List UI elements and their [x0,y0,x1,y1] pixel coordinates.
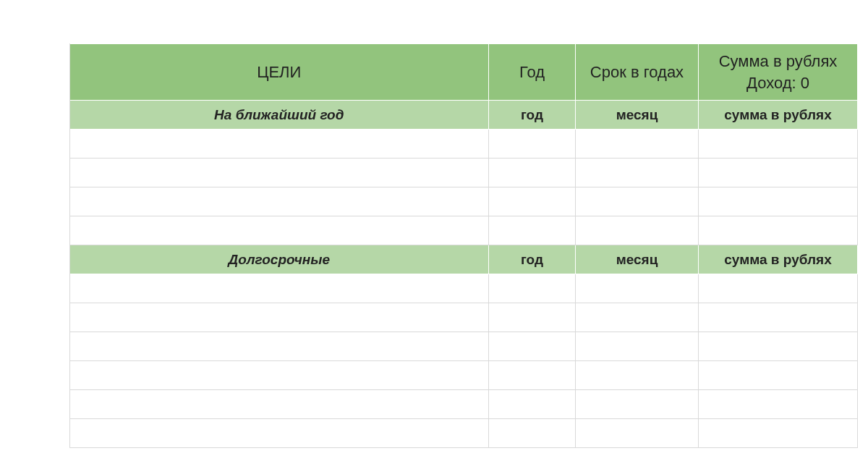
table-row [10,332,858,361]
section-near-year-col-sum: сумма в рублях [699,101,858,130]
cell-term[interactable] [576,332,699,361]
cell-goal[interactable] [69,390,489,419]
cell-sum[interactable] [699,303,858,332]
cell-goal[interactable] [69,159,489,187]
cell-goal[interactable] [69,361,489,390]
table-row [10,303,858,332]
cell-sum[interactable] [699,187,858,216]
header-empty-cell [10,44,69,101]
cell-goal[interactable] [69,187,489,216]
cell-sum[interactable] [699,332,858,361]
header-goals: ЦЕЛИ [69,44,489,101]
cell-year[interactable] [489,419,576,448]
section-long-term-col-year: год [489,245,576,274]
cell-goal[interactable] [69,130,489,159]
table-row [10,361,858,390]
section-long-term-title: Долгосрочные [69,245,489,274]
header-sum: Сумма в рублях Доход: 0 [699,44,858,101]
table-row [10,159,858,187]
header-sum-line1: Сумма в рублях [719,52,838,70]
cell-sum[interactable] [699,274,858,303]
cell-term[interactable] [576,390,699,419]
cell-term[interactable] [576,303,699,332]
table-row [10,216,858,245]
cell-sum[interactable] [699,130,858,159]
table-row [10,130,858,159]
cell-year[interactable] [489,274,576,303]
section-long-term-header: Долгосрочные год месяц сумма в рублях [10,245,858,274]
cell-year[interactable] [489,187,576,216]
cell-term[interactable] [576,187,699,216]
section-long-term-col-term: месяц [576,245,699,274]
cell-year[interactable] [489,361,576,390]
table-row [10,390,858,419]
cell-goal[interactable] [69,419,489,448]
cell-sum[interactable] [699,216,858,245]
cell-sum[interactable] [699,159,858,187]
cell-term[interactable] [576,419,699,448]
section-near-year-title: На ближайший год [69,101,489,130]
header-year: Год [489,44,576,101]
cell-sum[interactable] [699,419,858,448]
cell-year[interactable] [489,303,576,332]
table-row [10,274,858,303]
table-header-row: ЦЕЛИ Год Срок в годах Сумма в рублях Дох… [10,44,858,101]
section-near-year-col-term: месяц [576,101,699,130]
cell-year[interactable] [489,332,576,361]
cell-term[interactable] [576,361,699,390]
table-row [10,187,858,216]
cell-term[interactable] [576,130,699,159]
cell-year[interactable] [489,390,576,419]
section-long-term-col-sum: сумма в рублях [699,245,858,274]
table-row [10,419,858,448]
cell-goal[interactable] [69,274,489,303]
section-near-year-col-year: год [489,101,576,130]
subheader-empty-cell [10,101,69,130]
goals-table: ЦЕЛИ Год Срок в годах Сумма в рублях Дох… [10,43,858,448]
cell-goal[interactable] [69,332,489,361]
cell-year[interactable] [489,159,576,187]
cell-year[interactable] [489,130,576,159]
section-near-year-header: На ближайший год год месяц сумма в рубля… [10,101,858,130]
header-sum-line2: Доход: 0 [746,74,809,92]
subheader-empty-cell [10,245,69,274]
cell-goal[interactable] [69,303,489,332]
cell-goal[interactable] [69,216,489,245]
cell-sum[interactable] [699,361,858,390]
cell-term[interactable] [576,274,699,303]
cell-year[interactable] [489,216,576,245]
cell-term[interactable] [576,216,699,245]
cell-sum[interactable] [699,390,858,419]
cell-term[interactable] [576,159,699,187]
header-term: Срок в годах [576,44,699,101]
